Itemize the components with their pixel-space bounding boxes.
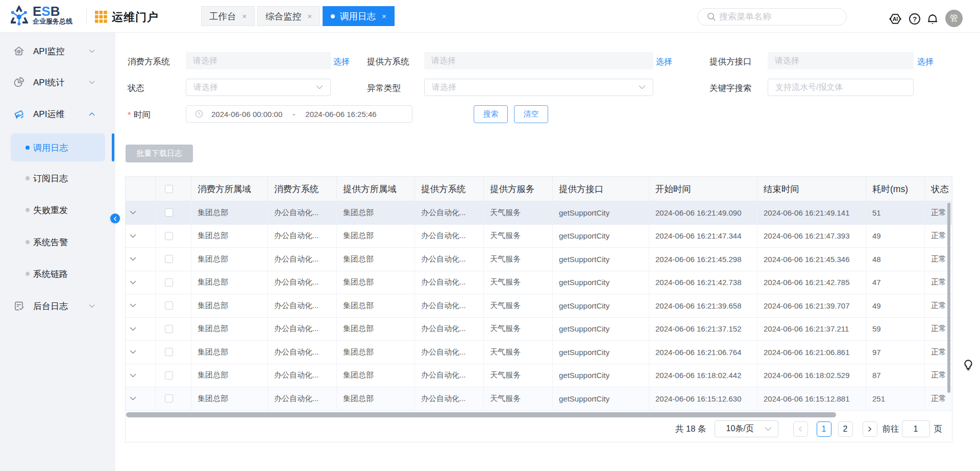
menu-search-input[interactable]: [719, 12, 831, 22]
sidebar-item-backend-logs[interactable]: 后台日志: [0, 292, 115, 320]
table-row[interactable]: 集团总部办公自动化...集团总部办公自动化...天气服务getSupportCi…: [126, 248, 952, 271]
table-row[interactable]: 集团总部办公自动化...集团总部办公自动化...天气服务getSupportCi…: [126, 225, 952, 248]
sidebar-subitem-system-link[interactable]: 系统链路: [0, 260, 115, 288]
table-row[interactable]: 集团总部办公自动化...集团总部办公自动化...天气服务getSupportCi…: [126, 271, 952, 295]
select-all-checkbox[interactable]: [156, 177, 191, 201]
column-header[interactable]: 状态: [925, 177, 952, 201]
page-size-select[interactable]: 10条/页: [715, 420, 778, 437]
table-row[interactable]: 集团总部办公自动化...集团总部办公自动化...天气服务getSupportCi…: [126, 387, 952, 411]
row-expand-button[interactable]: [126, 341, 156, 364]
checkbox-icon[interactable]: [165, 325, 173, 333]
column-header[interactable]: 提供方所属域: [337, 177, 415, 201]
row-expand-button[interactable]: [126, 318, 156, 341]
batch-download-button[interactable]: 批量下载日志: [126, 145, 193, 162]
prev-page-button[interactable]: [793, 421, 808, 437]
table-row[interactable]: 集团总部办公自动化...集团总部办公自动化...天气服务getSupportCi…: [126, 294, 952, 318]
column-header[interactable]: 消费方系统: [268, 177, 337, 201]
table-row[interactable]: 集团总部办公自动化...集团总部办公自动化...天气服务getSupportCi…: [126, 318, 952, 341]
vertical-scrollbar[interactable]: [947, 203, 950, 393]
row-expand-button[interactable]: [126, 201, 156, 225]
checkbox-icon[interactable]: [165, 278, 173, 287]
column-header[interactable]: 结束时间: [757, 177, 866, 201]
clear-button[interactable]: 清空: [514, 105, 548, 123]
search-button[interactable]: 搜索: [474, 105, 508, 123]
tab-workbench[interactable]: 工作台×: [201, 6, 255, 26]
checkbox-icon[interactable]: [165, 394, 173, 403]
row-checkbox[interactable]: [156, 341, 191, 364]
row-checkbox[interactable]: [156, 387, 191, 411]
column-header[interactable]: 提供方接口: [553, 177, 649, 201]
tab-close-icon[interactable]: ×: [307, 12, 312, 20]
tab-call-logs[interactable]: 调用日志×: [323, 6, 395, 26]
checkbox-icon[interactable]: [165, 348, 173, 356]
page-number-1[interactable]: 1: [817, 421, 831, 437]
cell-text: 办公自动化...: [274, 254, 319, 264]
column-header-label: 结束时间: [764, 183, 799, 195]
cell-text: getSupportCity: [559, 208, 609, 217]
cell-text: 51: [872, 208, 881, 217]
menu-search-box[interactable]: [697, 8, 847, 26]
row-expand-button[interactable]: [126, 387, 156, 411]
checkbox-icon[interactable]: [165, 185, 173, 193]
column-header[interactable]: 提供方服务: [484, 177, 553, 201]
horizontal-scrollbar[interactable]: [126, 412, 836, 417]
cell-consumer-domain: 集团总部: [191, 271, 268, 295]
column-header[interactable]: 提供方系统: [415, 177, 484, 201]
checkbox-icon[interactable]: [165, 232, 173, 240]
sidebar-collapse-button[interactable]: [110, 214, 120, 223]
goto-page-input[interactable]: [902, 420, 930, 437]
provider-system-select-link[interactable]: 选择: [656, 57, 672, 67]
ai-button[interactable]: AI: [889, 5, 902, 33]
checkbox-icon[interactable]: [165, 255, 173, 263]
user-avatar[interactable]: 管: [945, 10, 963, 27]
sidebar-item-api-ops[interactable]: API运维: [0, 100, 115, 128]
row-expand-button[interactable]: [126, 364, 156, 388]
row-expand-button[interactable]: [126, 248, 156, 271]
tab-monitoring[interactable]: 综合监控×: [257, 6, 320, 26]
column-header[interactable]: 开始时间: [649, 177, 757, 201]
row-expand-button[interactable]: [126, 271, 156, 295]
row-checkbox[interactable]: [156, 318, 191, 341]
row-checkbox[interactable]: [156, 201, 191, 225]
row-checkbox[interactable]: [156, 294, 191, 318]
cell-duration: 49: [866, 294, 925, 318]
status-select[interactable]: 请选择: [186, 79, 331, 96]
provider-interface-select-link[interactable]: 选择: [917, 57, 934, 67]
tab-close-icon[interactable]: ×: [382, 12, 386, 20]
checkbox-icon[interactable]: [165, 371, 173, 380]
row-checkbox[interactable]: [156, 225, 191, 248]
lightbulb-helper-icon[interactable]: [963, 359, 973, 373]
sidebar-subitem-subscribe-logs[interactable]: 订阅日志: [0, 164, 115, 193]
table-row[interactable]: 集团总部办公自动化...集团总部办公自动化...天气服务getSupportCi…: [126, 364, 952, 388]
checkbox-icon[interactable]: [165, 208, 173, 217]
row-checkbox[interactable]: [156, 248, 191, 271]
cell-duration: 97: [866, 341, 925, 364]
table-row[interactable]: 集团总部办公自动化...集团总部办公自动化...天气服务getSupportCi…: [126, 341, 952, 364]
row-expand-button[interactable]: [126, 225, 156, 248]
provider-interface-input[interactable]: [768, 52, 914, 69]
column-header[interactable]: 耗时(ms): [866, 177, 925, 201]
sidebar-subitem-system-alarm[interactable]: 系统告警: [0, 228, 115, 256]
sidebar-subitem-call-logs[interactable]: 调用日志: [0, 133, 115, 162]
table-row[interactable]: 集团总部办公自动化...集团总部办公自动化...天气服务getSupportCi…: [126, 201, 952, 225]
page-number-2[interactable]: 2: [838, 421, 853, 437]
row-checkbox[interactable]: [156, 271, 191, 295]
notifications-button[interactable]: [926, 5, 939, 33]
row-checkbox[interactable]: [156, 364, 191, 388]
tab-close-icon[interactable]: ×: [242, 12, 247, 20]
sidebar-subitem-failed-resend[interactable]: 失败重发: [0, 196, 115, 224]
sidebar-item-api-monitor[interactable]: API监控: [0, 37, 115, 65]
next-page-button[interactable]: [863, 421, 877, 437]
help-button[interactable]: ?: [909, 5, 921, 33]
cell-start-time: 2024-06-06 16:15:12.630: [649, 387, 757, 411]
consumer-system-input[interactable]: [186, 52, 331, 69]
consumer-system-select-link[interactable]: 选择: [333, 57, 350, 67]
column-header[interactable]: 消费方所属域: [191, 177, 268, 201]
keyword-input[interactable]: [768, 79, 914, 96]
checkbox-icon[interactable]: [165, 301, 173, 310]
provider-system-input[interactable]: [424, 52, 653, 69]
row-expand-button[interactable]: [126, 294, 156, 318]
sidebar-item-api-stats[interactable]: API统计: [0, 68, 115, 97]
exception-type-select[interactable]: 请选择: [424, 79, 653, 96]
time-range-picker[interactable]: 2024-06-06 00:00:00 - 2024-06-06 16:25:4…: [186, 105, 412, 123]
